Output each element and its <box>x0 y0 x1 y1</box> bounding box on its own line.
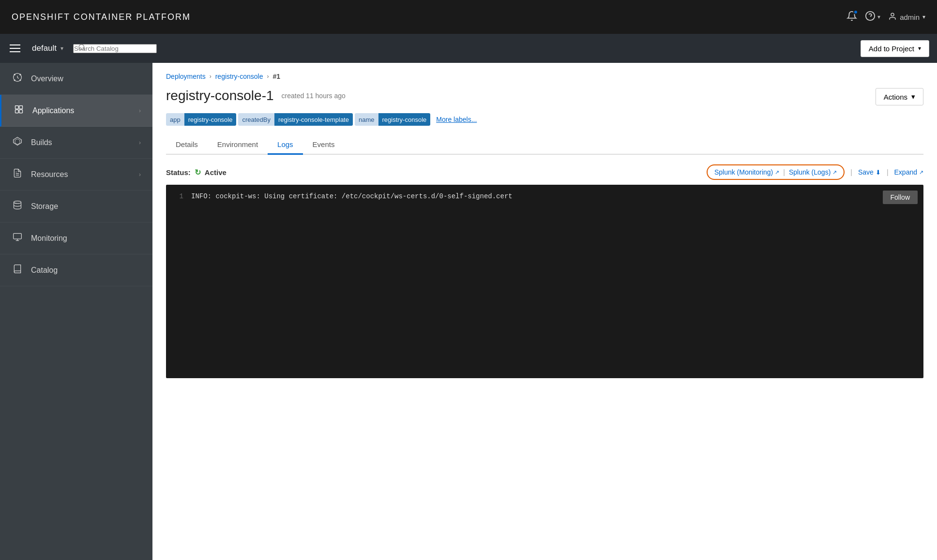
status-value: Active <box>205 168 227 177</box>
status-left: Status: ↻ Active <box>166 168 227 177</box>
svg-point-9 <box>19 79 21 81</box>
splunk-monitoring-label: Splunk (Monitoring) <box>714 168 773 176</box>
log-line-number: 1 <box>174 192 183 200</box>
hamburger-line-2 <box>10 48 20 49</box>
breadcrumb-current: #1 <box>273 73 281 80</box>
project-selector[interactable]: default ▾ <box>28 42 67 55</box>
sidebar-catalog-label: Catalog <box>31 266 141 275</box>
svg-point-6 <box>14 74 15 75</box>
add-to-project-label: Add to Project <box>869 44 914 53</box>
svg-rect-13 <box>19 110 23 113</box>
log-line-text: INFO: cockpit-ws: Using certificate: /et… <box>191 192 513 200</box>
tabs: Details Environment Logs Events <box>166 135 923 155</box>
expand-label: Expand <box>894 168 917 176</box>
breadcrumb-sep-2: › <box>267 73 269 80</box>
storage-icon <box>12 200 23 212</box>
sidebar-storage-label: Storage <box>31 202 141 211</box>
expand-link[interactable]: Expand ↗ <box>894 168 923 176</box>
tab-details[interactable]: Details <box>166 135 208 155</box>
svg-point-2 <box>891 13 894 16</box>
content-area: Deployments › registry-console › #1 regi… <box>152 63 937 560</box>
label-app-key: app <box>166 113 184 126</box>
sidebar-item-storage[interactable]: Storage <box>0 191 152 222</box>
add-to-project-button[interactable]: Add to Project ▾ <box>861 40 929 57</box>
follow-button[interactable]: Follow <box>883 191 918 204</box>
log-console: Follow 1 INFO: cockpit-ws: Using certifi… <box>166 185 923 378</box>
pipe-sep-2: | <box>887 168 889 176</box>
save-icon: ⬇ <box>876 169 881 176</box>
svg-rect-11 <box>19 106 23 109</box>
sidebar-item-catalog[interactable]: Catalog <box>0 254 152 286</box>
hamburger-line-3 <box>10 51 20 52</box>
svg-point-8 <box>14 79 15 81</box>
splunk-logs-external-icon: ↗ <box>832 169 837 176</box>
applications-icon <box>13 104 25 117</box>
splunk-monitoring-external-icon: ↗ <box>775 169 779 176</box>
top-navigation: OPENSHIFT CONTAINER PLATFORM ▾ <box>0 0 937 34</box>
svg-rect-19 <box>14 234 22 239</box>
tab-events[interactable]: Events <box>303 135 345 155</box>
page-title-row: registry-console-1 created 11 hours ago <box>166 88 346 103</box>
svg-rect-12 <box>15 110 19 113</box>
label-createdby-key: createdBy <box>238 113 274 126</box>
page-header: registry-console-1 created 11 hours ago … <box>166 88 923 105</box>
label-createdby-value: registry-console-template <box>274 113 353 126</box>
splunk-separator: | <box>783 168 785 176</box>
page-title-section: registry-console-1 created 11 hours ago <box>166 88 346 103</box>
svg-rect-10 <box>15 106 19 109</box>
labels-row: app registry-console createdBy registry-… <box>166 113 923 126</box>
save-link[interactable]: Save ⬇ <box>858 168 881 176</box>
svg-point-7 <box>19 74 21 75</box>
resources-chevron: › <box>139 171 141 178</box>
svg-point-18 <box>14 201 21 204</box>
breadcrumb-deployments[interactable]: Deployments <box>166 73 206 80</box>
hamburger-button[interactable] <box>8 43 22 54</box>
project-name: default <box>32 44 57 53</box>
sidebar-item-resources[interactable]: Resources › <box>0 159 152 191</box>
hamburger-line-1 <box>10 44 20 45</box>
label-app: app registry-console <box>166 113 236 126</box>
overview-icon <box>12 73 23 85</box>
splunk-highlight-box: Splunk (Monitoring) ↗ | Splunk (Logs) ↗ <box>707 164 845 180</box>
help-button[interactable]: ▾ <box>865 11 880 24</box>
svg-line-4 <box>83 49 85 50</box>
help-chevron: ▾ <box>877 14 880 20</box>
actions-button[interactable]: Actions ▾ <box>876 88 923 105</box>
actions-label: Actions <box>884 93 907 101</box>
breadcrumb-registry-console[interactable]: registry-console <box>215 73 263 80</box>
svg-marker-15 <box>15 139 20 145</box>
sidebar-item-applications[interactable]: Applications › <box>0 95 152 127</box>
sidebar-item-builds[interactable]: Builds › <box>0 127 152 159</box>
notification-button[interactable] <box>846 11 857 24</box>
question-icon <box>865 11 876 24</box>
search-catalog-wrapper <box>73 44 855 53</box>
splunk-monitoring-link[interactable]: Splunk (Monitoring) ↗ <box>714 168 779 176</box>
pipe-sep-1: | <box>850 168 852 176</box>
breadcrumb-sep-1: › <box>210 73 212 80</box>
sidebar-item-monitoring[interactable]: Monitoring <box>0 222 152 254</box>
monitoring-icon <box>12 232 23 244</box>
user-name-label: admin <box>900 13 920 21</box>
applications-chevron: › <box>139 107 141 114</box>
toolbar: default ▾ Add to Project ▾ <box>0 34 937 63</box>
search-catalog-icon <box>78 44 86 53</box>
user-chevron: ▾ <box>922 14 925 20</box>
sidebar-builds-label: Builds <box>31 138 131 147</box>
tab-environment[interactable]: Environment <box>208 135 268 155</box>
label-name-value: registry-console <box>378 113 431 126</box>
more-labels-link[interactable]: More labels... <box>436 116 477 123</box>
sidebar-item-overview[interactable]: Overview <box>0 63 152 95</box>
catalog-icon <box>12 264 23 276</box>
tab-logs[interactable]: Logs <box>268 135 303 155</box>
builds-icon <box>12 136 23 148</box>
brand-sub: CONTAINER PLATFORM <box>70 12 191 22</box>
splunk-logs-label: Splunk (Logs) <box>789 168 831 176</box>
svg-marker-14 <box>14 137 22 146</box>
sidebar-resources-label: Resources <box>31 170 131 179</box>
user-menu[interactable]: admin ▾ <box>888 12 925 22</box>
log-line: 1 INFO: cockpit-ws: Using certificate: /… <box>174 192 916 200</box>
splunk-logs-link[interactable]: Splunk (Logs) ↗ <box>789 168 837 176</box>
add-to-project-chevron: ▾ <box>918 45 921 52</box>
sidebar-overview-label: Overview <box>31 74 141 83</box>
page-title-text: registry-console-1 <box>166 88 274 103</box>
